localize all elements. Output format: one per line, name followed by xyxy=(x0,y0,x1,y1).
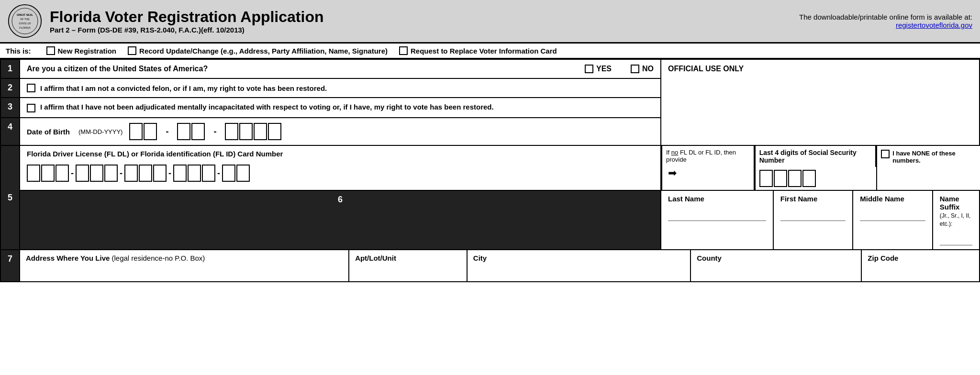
yes-option[interactable]: YES xyxy=(585,65,612,73)
last-name-input[interactable] xyxy=(668,206,766,221)
zip-label: Zip Code xyxy=(868,254,898,262)
no-checkbox[interactable] xyxy=(631,65,639,73)
if-no-fl-section: If no FL DL or FL ID, then provide ➡ xyxy=(662,146,755,190)
dob-yyyy-2[interactable] xyxy=(239,123,253,140)
address-cell: Address Where You Live (legal residence-… xyxy=(20,250,349,281)
form-table: 1 Are you a citizen of the United States… xyxy=(0,59,980,282)
app-subtitle: Part 2 – Form (DS-DE #39, R1S-2.040, F.A… xyxy=(50,26,799,34)
row5-right-container: If no FL DL or FL ID, then provide ➡ Las… xyxy=(661,146,980,190)
dl-group-4 xyxy=(173,165,215,182)
dob-dd-2[interactable] xyxy=(191,123,205,140)
city-input-area[interactable] xyxy=(473,262,684,277)
ssn-2[interactable] xyxy=(774,170,787,187)
name-suffix-cell: Name Suffix (Jr., Sr., I, II, etc.): xyxy=(933,191,979,249)
if-no-fl-label: If no FL DL or FL ID, then provide xyxy=(666,149,736,163)
yes-checkbox[interactable] xyxy=(585,65,593,73)
dob-mm-1[interactable] xyxy=(129,123,143,140)
dl-g1-3[interactable] xyxy=(56,165,69,182)
last-name-label: Last Name xyxy=(668,195,704,203)
row2-text: I affirm that I am not a convicted felon… xyxy=(40,84,327,92)
dl-g1-2[interactable] xyxy=(41,165,55,182)
row-7-content: Address Where You Live (legal residence-… xyxy=(20,250,980,282)
svg-text:FLORIDA: FLORIDA xyxy=(19,26,31,29)
svg-point-0 xyxy=(9,5,41,37)
row-1-content: Are you a citizen of the United States o… xyxy=(20,59,661,78)
dl-g2-1[interactable] xyxy=(76,165,89,182)
dl-g3-1[interactable] xyxy=(124,165,138,182)
row-6: 6 Last Name First Name Middle Name xyxy=(0,190,980,250)
apt-lot-cell: Apt/Lot/Unit xyxy=(349,250,468,281)
apt-lot-input-area[interactable] xyxy=(355,262,461,277)
no-label: NO xyxy=(642,65,654,73)
city-cell: City xyxy=(468,250,691,281)
first-name-input[interactable] xyxy=(780,206,846,221)
dl-group-2 xyxy=(76,165,118,182)
header: GREAT SEAL OF THE STATE OF FLORIDA Flori… xyxy=(0,0,980,44)
row2-checkbox[interactable] xyxy=(27,84,35,92)
citizenship-question: Are you a citizen of the United States o… xyxy=(27,65,566,73)
official-use-cell: OFFICIAL USE ONLY xyxy=(661,59,980,145)
yes-no-options: YES NO xyxy=(585,65,654,73)
svg-text:STATE OF: STATE OF xyxy=(19,22,31,25)
dob-mm-boxes xyxy=(129,123,157,140)
official-use-label: OFFICIAL USE ONLY xyxy=(661,60,979,78)
header-right-link[interactable]: registertovoteflorida.gov xyxy=(896,21,972,29)
first-name-cell: First Name xyxy=(774,191,854,249)
row-7-num: 7 xyxy=(0,250,20,282)
dob-yyyy-3[interactable] xyxy=(254,123,267,140)
app-title: Florida Voter Registration Application xyxy=(50,8,799,26)
dob-yyyy-1[interactable] xyxy=(225,123,238,140)
address-input-area[interactable] xyxy=(26,262,343,277)
ssn-1[interactable] xyxy=(759,170,773,187)
dob-dash-2: - xyxy=(213,127,216,137)
county-label: County xyxy=(697,254,722,262)
name-suffix-input[interactable] xyxy=(940,230,972,245)
header-right: The downloadable/printable online form i… xyxy=(799,13,972,29)
county-cell: County xyxy=(691,250,862,281)
new-registration-option[interactable]: New Registration xyxy=(46,46,117,55)
florida-seal-icon: GREAT SEAL OF THE STATE OF FLORIDA xyxy=(8,4,42,38)
dl-g3-2[interactable] xyxy=(139,165,152,182)
row-2-content: I affirm that I am not a convicted felon… xyxy=(20,78,661,98)
ssn-3[interactable] xyxy=(788,170,802,187)
dl-g5-1[interactable] xyxy=(222,165,235,182)
dl-group-3 xyxy=(124,165,167,182)
zip-input-area[interactable] xyxy=(868,262,973,277)
dl-g2-3[interactable] xyxy=(104,165,118,182)
row-5: 5 Florida Driver License (FL DL) or Flor… xyxy=(0,145,980,190)
no-option[interactable]: NO xyxy=(631,65,654,73)
new-registration-checkbox[interactable] xyxy=(46,46,55,55)
dl-g4-3[interactable] xyxy=(202,165,215,182)
dl-g5-2[interactable] xyxy=(236,165,250,182)
dl-g2-2[interactable] xyxy=(90,165,103,182)
new-registration-label: New Registration xyxy=(58,47,117,55)
ssn-4[interactable] xyxy=(802,170,816,187)
record-update-checkbox[interactable] xyxy=(128,46,136,55)
middle-name-label: Middle Name xyxy=(860,195,904,203)
i-have-none-checkbox[interactable] xyxy=(881,150,890,158)
dl-g1-1[interactable] xyxy=(27,165,40,182)
county-input-area[interactable] xyxy=(697,262,855,277)
dl-g4-2[interactable] xyxy=(188,165,201,182)
fl-dl-boxes: - - - xyxy=(20,162,660,187)
dob-mm-2[interactable] xyxy=(144,123,157,140)
dl-group-1 xyxy=(27,165,69,182)
dob-dd-1[interactable] xyxy=(177,123,190,140)
middle-name-cell: Middle Name xyxy=(853,191,933,249)
replace-card-checkbox[interactable] xyxy=(399,46,408,55)
dl-dash-1: - xyxy=(71,168,74,178)
dob-yyyy-4[interactable] xyxy=(268,123,281,140)
record-update-option[interactable]: Record Update/Change (e.g., Address, Par… xyxy=(128,46,388,55)
middle-name-input[interactable] xyxy=(860,206,925,221)
row-7: 7 Address Where You Live (legal residenc… xyxy=(0,250,980,282)
dob-yyyy-boxes xyxy=(225,123,281,140)
dl-g3-3[interactable] xyxy=(153,165,167,182)
replace-card-option[interactable]: Request to Replace Voter Information Car… xyxy=(399,46,557,55)
row3-checkbox[interactable] xyxy=(27,104,35,112)
dl-g4-1[interactable] xyxy=(173,165,187,182)
i-have-none-section: I have NONE of these numbers. xyxy=(876,146,980,190)
dob-dd-boxes xyxy=(177,123,205,140)
first-name-label: First Name xyxy=(780,195,818,203)
replace-card-label: Request to Replace Voter Information Car… xyxy=(411,47,557,55)
row-5-main: Florida Driver License (FL DL) or Florid… xyxy=(20,145,661,190)
